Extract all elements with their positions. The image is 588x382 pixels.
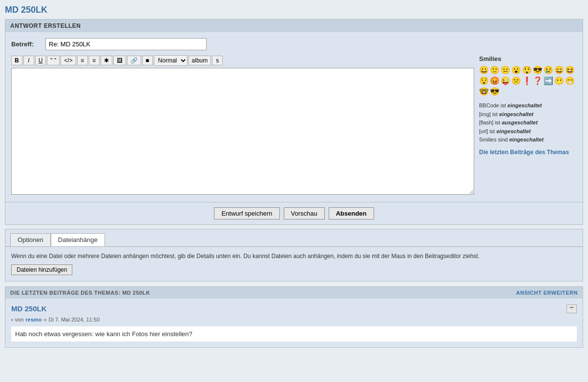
form-body: Betreff: B I U " " </> ≡ ≡ ✱ — [5, 32, 583, 202]
page-title: MD 250LK — [5, 5, 583, 15]
smiley-15[interactable]: ❓ — [533, 76, 543, 86]
draft-button[interactable]: Entwurf speichern — [214, 207, 279, 220]
smiley-16[interactable]: ➡️ — [544, 76, 553, 86]
smiley-5[interactable]: 😲 — [522, 65, 532, 75]
smiley-10[interactable]: 😯 — [479, 76, 489, 86]
post-meta: ▪ von resmo » Di 7. Mai 2024, 11:50 — [11, 317, 577, 322]
submit-button[interactable]: Absenden — [329, 207, 374, 220]
subject-input[interactable] — [45, 38, 207, 50]
smiley-9[interactable]: 😆 — [565, 65, 575, 75]
bbcode-info: BBCode ist eingeschaltet [img] ist einge… — [479, 101, 577, 144]
smiley-11[interactable]: 😡 — [490, 76, 500, 86]
code-button[interactable]: </> — [61, 56, 76, 65]
smiley-18[interactable]: 😁 — [565, 76, 575, 86]
special-button[interactable]: ✱ — [101, 56, 112, 65]
post-date: Di 7. Mai 2024, 11:50 — [48, 317, 100, 322]
bold-button[interactable]: B — [11, 56, 22, 65]
tab-options[interactable]: Optionen — [10, 233, 51, 246]
message-textarea[interactable] — [11, 68, 474, 195]
smilies-panel: Smilies 😀 🙂 😐 😮 😲 😎 😢 😄 😆 😯 — [479, 55, 577, 196]
tabs-section: Optionen Dateianhänge Wenn du eine Datei… — [5, 229, 583, 281]
smiley-19[interactable]: 🤓 — [479, 87, 489, 97]
list-ordered-button[interactable]: ≡ — [89, 56, 100, 65]
action-bar: Entwurf speichern Vorschau Absenden — [5, 202, 583, 224]
smiley-17[interactable]: 😶 — [554, 76, 564, 86]
tab-attachments[interactable]: Dateianhänge — [51, 233, 105, 246]
smiley-12[interactable]: 😜 — [501, 76, 510, 86]
font-size-select[interactable]: Normal Klein Groß — [154, 55, 188, 66]
color-button[interactable]: ■ — [142, 56, 153, 65]
italic-button[interactable]: I — [23, 56, 34, 65]
smiley-8[interactable]: 😄 — [554, 65, 564, 75]
editor-area: B I U " " </> ≡ ≡ ✱ 🖼 🔗 ■ Normal Klei — [11, 55, 577, 196]
subject-label: Betreff: — [11, 40, 45, 48]
smiley-13[interactable]: 😕 — [511, 76, 521, 86]
image-button[interactable]: 🖼 — [113, 56, 126, 65]
expand-link[interactable]: ANSICHT ERWEITERN — [516, 290, 578, 296]
reply-form-box: ANTWORT ERSTELLEN Betreff: B I U " " </> — [5, 19, 583, 225]
post-meta-icon: ▪ — [11, 317, 13, 322]
album-button[interactable]: album — [189, 56, 211, 65]
tabs-row-wrapper: Optionen Dateianhänge — [5, 229, 583, 246]
blockquote-button[interactable]: " " — [47, 56, 60, 65]
smiley-2[interactable]: 🙂 — [490, 65, 500, 75]
section-header: ANTWORT ERSTELLEN — [5, 20, 583, 32]
post-title: MD 250LK — [11, 304, 47, 313]
smilies-title: Smilies — [479, 55, 577, 62]
list-unordered-button[interactable]: ≡ — [77, 56, 88, 65]
recent-posts-header: DIE LETZTEN BEITRÄGE DES THEMAS: MD 250L… — [5, 287, 583, 299]
s-button[interactable]: s — [212, 56, 223, 65]
editor-left: B I U " " </> ≡ ≡ ✱ 🖼 🔗 ■ Normal Klei — [11, 55, 474, 196]
smiley-6[interactable]: 😎 — [533, 65, 543, 75]
add-files-button[interactable]: Dateien hinzufügen — [11, 264, 72, 275]
preview-button[interactable]: Vorschau — [284, 207, 325, 220]
toolbar: B I U " " </> ≡ ≡ ✱ 🖼 🔗 ■ Normal Klei — [11, 55, 474, 66]
smiley-3[interactable]: 😐 — [501, 65, 510, 75]
tabs-row: Optionen Dateianhänge — [10, 233, 578, 246]
smiley-1[interactable]: 😀 — [479, 65, 489, 75]
post-block: MD 250LK “” ▪ von resmo » Di 7. Mai 2024… — [5, 299, 583, 347]
subject-row: Betreff: — [11, 38, 577, 50]
smiley-20[interactable]: 😎 — [490, 87, 500, 97]
post-header-row: MD 250LK “” — [11, 304, 577, 315]
smiley-4[interactable]: 😮 — [511, 65, 521, 75]
smiley-14[interactable]: ❗ — [522, 76, 532, 86]
quote-button[interactable]: “” — [567, 304, 577, 313]
attach-info: Wenn du eine Datei oder mehrere Dateien … — [11, 253, 577, 260]
underline-button[interactable]: U — [35, 56, 46, 65]
smilies-grid: 😀 🙂 😐 😮 😲 😎 😢 😄 😆 😯 😡 😜 😕 — [479, 65, 577, 97]
link-button[interactable]: 🔗 — [127, 56, 141, 65]
post-content: Hab noch etwas vergessen: wie kann ich F… — [11, 326, 577, 342]
recent-posts-section: DIE LETZTEN BEITRÄGE DES THEMAS: MD 250L… — [5, 286, 583, 348]
smiley-7[interactable]: 😢 — [544, 65, 553, 75]
post-author: resmo — [25, 317, 42, 322]
last-posts-link[interactable]: Die letzten Beiträge des Themas — [479, 149, 569, 156]
tab-content-attachments: Wenn du eine Datei oder mehrere Dateien … — [5, 246, 583, 281]
recent-posts-title: DIE LETZTEN BEITRÄGE DES THEMAS: MD 250L… — [10, 290, 150, 296]
